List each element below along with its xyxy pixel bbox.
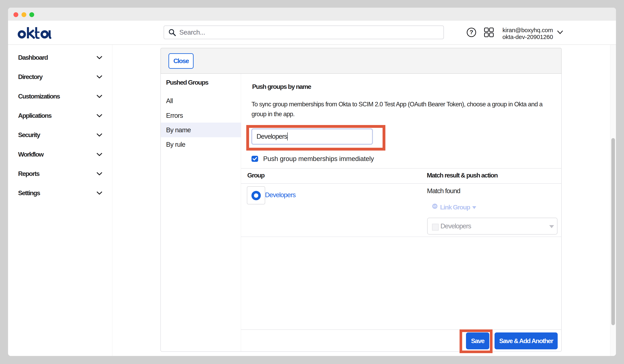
svg-text:?: ? — [469, 29, 473, 35]
